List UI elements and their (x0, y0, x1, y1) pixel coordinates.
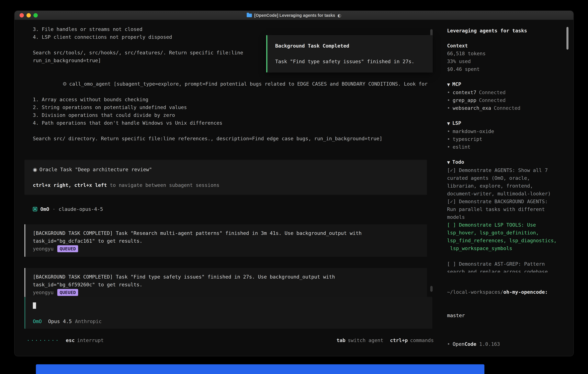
todo-item: [✓] Demonstrate AGENTS: Show all 7 curat… (447, 166, 560, 197)
mcp-item: •websearch_exaConnected (447, 104, 560, 112)
gear-icon: ⚙ (63, 81, 67, 87)
bullet-icon: • (447, 105, 450, 111)
chevron-down-icon: ▼ (447, 160, 450, 165)
minimize-window-button[interactable] (26, 13, 31, 18)
hint-description: to navigate between subagent sessions (107, 182, 220, 188)
log-line: 3. Division operations that could divide… (33, 111, 431, 119)
version-number: 1.0.163 (479, 340, 500, 348)
hint-keybindings: ctrl+x right, ctrl+x left (33, 182, 107, 188)
sidebar-scrollbar-thumb[interactable] (567, 27, 568, 50)
mcp-status: Connected (479, 97, 505, 103)
opencode-version: • OpenCode 1.0.163 (447, 340, 573, 348)
mcp-section: ▼MCP •context7Connected •grep_appConnect… (447, 80, 560, 112)
ctrlp-key-label: ctrl+p (390, 336, 408, 344)
brand-name-bold: Code (464, 340, 476, 348)
background-task-message: [BACKGROUND TASK COMPLETED] Task "Resear… (24, 224, 427, 257)
esc-hint: esc interrupt (66, 336, 104, 344)
folder-icon (247, 14, 252, 17)
chevron-down-icon: ▼ (447, 121, 450, 126)
window-titlebar[interactable]: [OpenCode] Leveraging agents for tasks ◐ (15, 11, 573, 20)
bullet-icon: • (447, 128, 450, 134)
spinner-dots: ········ (27, 336, 60, 344)
todo-item: [✓] Demonstrate BACKGROUND AGENTS: Run p… (447, 197, 560, 221)
esc-key-label: esc (66, 336, 75, 344)
tool-call-line: ⚙call_omo_agent [subagent_type=explore, … (33, 72, 431, 96)
workspace-branch: master (447, 312, 560, 319)
notification-toast: Background Task Completed Task "Find typ… (266, 35, 433, 73)
bullet-icon: • (447, 340, 450, 348)
workspace-path-prefix: ~/local-workspaces/ (447, 289, 503, 295)
chat-panel: 3. File handles or streams not closed 4.… (15, 20, 441, 356)
context-header: Context (447, 43, 468, 49)
session-sidebar: Leveraging agents for tasks Context 66,5… (441, 20, 573, 356)
mcp-section-header[interactable]: ▼MCP (447, 80, 560, 89)
notification-body: Task "Find type safety issues" finished … (275, 58, 427, 65)
log-line: 3. File handles or streams not closed (33, 25, 431, 33)
log-line: Search src/ directory. Return specific f… (33, 135, 431, 143)
text-cursor (33, 302, 36, 309)
lsp-section-header[interactable]: ▼LSP (447, 119, 560, 127)
brand-name-regular: Open (452, 340, 464, 348)
chat-scroll-area[interactable]: 3. File handles or streams not closed 4.… (15, 20, 441, 297)
bullet-icon: • (447, 144, 450, 150)
bullet-icon: • (447, 136, 450, 142)
bullet-icon: • (447, 97, 450, 103)
log-line (33, 127, 431, 135)
terminal-window: [OpenCode] Leveraging agents for tasks ◐… (14, 10, 574, 356)
esc-action-label: interrupt (77, 336, 104, 344)
oracle-task-panel: ◉Oracle Task "Deep architecture review" … (24, 160, 427, 195)
lsp-item: •markdown-oxide (447, 127, 560, 135)
timer-icon: ◐ (337, 13, 341, 18)
workspace-repo: oh-my-opencode: (503, 289, 548, 295)
active-model-label: Opus 4.5 (48, 317, 72, 325)
oracle-icon: ◉ (33, 166, 37, 172)
close-window-button[interactable] (20, 13, 24, 18)
queued-badge: QUEUED (57, 289, 78, 296)
mcp-status: Connected (479, 90, 505, 95)
model-indicator: OmO Opus 4.5 Anthropic (33, 317, 427, 325)
todo-section: ▼Todo [✓] Demonstrate AGENTS: Show all 7… (447, 158, 560, 272)
background-window-strip (36, 364, 484, 374)
tab-hint: tab switch agent (336, 336, 383, 344)
background-task-message: [BACKGROUND TASK COMPLETED] Task "Find t… (24, 268, 427, 297)
oracle-task-title: ◉Oracle Task "Deep architecture review" (33, 166, 418, 173)
context-spent: $0.46 spent (447, 65, 560, 73)
todo-section-header[interactable]: ▼Todo (447, 158, 560, 166)
mcp-status: Connected (494, 105, 520, 111)
agent-icon (33, 207, 37, 211)
session-title: Leveraging agents for tasks (447, 27, 560, 35)
status-bar: ········ esc interrupt tab switch agent … (15, 329, 441, 356)
message-author: yeongyu (33, 289, 53, 296)
scrollbar-thumb[interactable] (430, 286, 433, 292)
lsp-item: •typescript (447, 135, 560, 143)
message-author: yeongyu (33, 245, 53, 253)
lsp-section: ▼LSP •markdown-oxide •typescript •eslint (447, 119, 560, 151)
tool-call-text: call_omo_agent [subagent_type=explore, p… (69, 81, 428, 87)
agent-header: OmO · claude-opus-4-5 (33, 205, 441, 213)
todo-item: [ ] Demonstrate AST-GREP: Pattern search… (447, 260, 560, 272)
prompt-input-line[interactable] (33, 301, 427, 309)
window-title: [OpenCode] Leveraging agents for tasks ◐ (247, 13, 341, 18)
log-line: 1. Array access without bounds checking (33, 96, 431, 104)
mcp-item: •context7Connected (447, 89, 560, 96)
message-text: [BACKGROUND TASK COMPLETED] Task "Resear… (33, 229, 418, 245)
zoom-window-button[interactable] (33, 13, 38, 18)
separator-dot: · (52, 205, 55, 213)
active-agent-label: OmO (33, 317, 42, 325)
ctrlp-action-label: commands (410, 336, 434, 344)
subagent-nav-hint: ctrl+x right, ctrl+x left to navigate be… (33, 181, 418, 189)
workspace-path: ~/local-workspaces/oh-my-opencode: maste… (447, 272, 560, 335)
agent-name: OmO (40, 205, 49, 213)
prompt-input[interactable]: OmO Opus 4.5 Anthropic (24, 297, 432, 329)
sidebar-scroll-area[interactable]: Leveraging agents for tasks Context 66,5… (447, 27, 560, 272)
lsp-item: •eslint (447, 143, 560, 151)
mcp-item: •grep_appConnected (447, 96, 560, 104)
todo-item: [ ] Demonstrate LSP TOOLS: Use lsp_hover… (447, 221, 560, 252)
tab-key-label: tab (336, 336, 345, 344)
notification-title: Background Task Completed (275, 42, 427, 50)
log-line: 2. String operations on potentially unde… (33, 104, 431, 111)
message-text: [BACKGROUND TASK COMPLETED] Task "Find t… (33, 273, 418, 289)
tab-action-label: switch agent (348, 336, 383, 344)
agent-model: claude-opus-4-5 (59, 205, 103, 213)
traffic-lights (20, 13, 38, 18)
